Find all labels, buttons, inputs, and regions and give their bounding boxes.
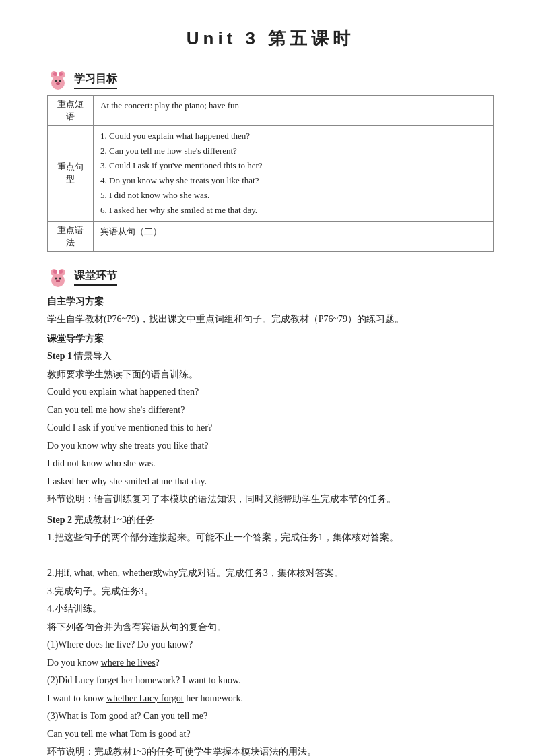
step1-s2: Can you tell me how she's different? xyxy=(47,402,494,419)
step1-s6: I asked her why she smiled at me that da… xyxy=(47,474,494,491)
svg-point-16 xyxy=(59,277,61,279)
classroom-guide-title: 课堂导学方案 xyxy=(47,331,494,348)
step1-s3: Could I ask if you've mentioned this to … xyxy=(47,420,494,437)
example3-q: (3)What is Tom good at? Can you tell me? xyxy=(47,708,494,725)
step1-block: Step 1 情景导入 教师要求学生熟读下面的语言训练。 Could you e… xyxy=(47,348,494,508)
example1-q: (1)Where does he live? Do you know? xyxy=(47,637,494,654)
svg-point-17 xyxy=(56,280,60,282)
step2-item2: 2.用if, what, when, whether或why完成对话。完成任务3… xyxy=(47,565,494,582)
self-study-content: 学生自学教材(P76~79)，找出课文中重点词组和句子。完成教材（P76~79）… xyxy=(47,311,494,328)
learning-table: 重点短语 At the concert: play the piano; hav… xyxy=(47,95,494,252)
step1-s4: Do you know why she treats you like that… xyxy=(47,438,494,455)
step1-note: 环节说明：语言训练复习了本模块的语法知识，同时又能帮助学生完成本节的任务。 xyxy=(47,491,494,508)
svg-point-6 xyxy=(55,80,57,82)
classroom-section: 自主学习方案 学生自学教材(P76~79)，找出课文中重点词组和句子。完成教材（… xyxy=(47,294,494,756)
example2-a: I want to know whether Lucy forgot her h… xyxy=(47,691,494,707)
step2-blank xyxy=(47,548,494,565)
page-title: Unit 3 第五课时 xyxy=(47,27,494,51)
label-phrases: 重点短语 xyxy=(48,96,94,126)
step2-item3: 3.完成句子。完成任务3。 xyxy=(47,584,494,600)
step1-intro: 教师要求学生熟读下面的语言训练。 xyxy=(47,367,494,383)
step2-block: Step 2 完成教材1~3的任务 1.把这些句子的两个部分连接起来。可能不止一… xyxy=(47,512,494,756)
label-sentences: 重点句型 xyxy=(48,126,94,222)
svg-point-12 xyxy=(53,270,57,274)
self-study-title: 自主学习方案 xyxy=(47,294,494,311)
section2-header: 课堂环节 xyxy=(47,267,494,288)
content-phrases: At the concert: play the piano; have fun xyxy=(94,96,494,126)
step2-heading: Step 2 完成教材1~3的任务 xyxy=(47,512,494,529)
step2-item5: 将下列各句合并为含有宾语从句的复合句。 xyxy=(47,619,494,636)
svg-point-13 xyxy=(59,270,63,274)
step1-s5: I did not know who she was. xyxy=(47,455,494,472)
section1-title: 学习目标 xyxy=(74,72,117,89)
content-grammar: 宾语从句（二） xyxy=(94,221,494,251)
section1-header: 学习目标 xyxy=(47,69,494,91)
svg-point-4 xyxy=(59,72,63,76)
step1-s1: Could you explain what happened then? xyxy=(47,384,494,401)
table-row-sentences: 重点句型 1. Could you explain what happened … xyxy=(48,126,494,222)
svg-point-3 xyxy=(53,72,57,76)
svg-point-7 xyxy=(59,80,61,82)
bear-icon-2 xyxy=(47,267,69,288)
table-row-phrases: 重点短语 At the concert: play the piano; hav… xyxy=(48,96,494,126)
svg-point-8 xyxy=(56,82,60,85)
bear-icon xyxy=(47,69,69,91)
table-row-grammar: 重点语法 宾语从句（二） xyxy=(48,221,494,251)
section2-title: 课堂环节 xyxy=(74,269,117,286)
example1-a: Do you know where he lives? xyxy=(47,655,494,672)
svg-point-15 xyxy=(55,277,57,279)
step1-heading: Step 1 情景导入 xyxy=(47,348,494,365)
label-grammar: 重点语法 xyxy=(48,221,94,251)
example2-q: (2)Did Lucy forget her homework? I want … xyxy=(47,672,494,689)
step2-item1: 1.把这些句子的两个部分连接起来。可能不止一个答案，完成任务1，集体核对答案。 xyxy=(47,530,494,546)
example3-a: Can you tell me what Tom is good at? xyxy=(47,726,494,743)
step2-note: 环节说明：完成教材1~3的任务可使学生掌握本模块语法的用法。 xyxy=(47,744,494,756)
step2-item4: 4.小结训练。 xyxy=(47,601,494,618)
content-sentences: 1. Could you explain what happened then?… xyxy=(94,126,494,222)
